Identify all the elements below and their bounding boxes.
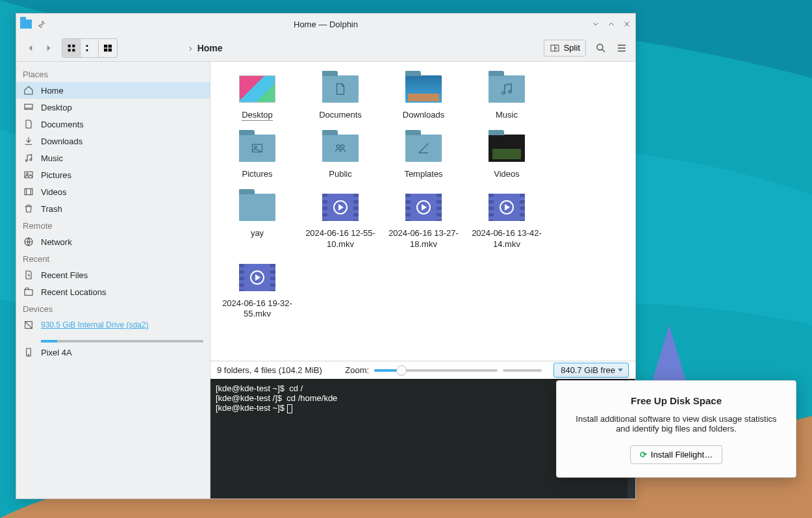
documents-icon — [23, 118, 34, 130]
file-item[interactable]: Music — [465, 73, 548, 121]
zoom-slider-extra[interactable] — [503, 369, 542, 372]
file-item[interactable]: Templates — [382, 133, 465, 180]
file-thumb — [404, 73, 443, 105]
phone-icon — [23, 346, 34, 358]
svg-point-24 — [28, 354, 29, 355]
toolbar: › Home Split — [16, 34, 635, 62]
svg-rect-7 — [86, 49, 88, 51]
file-item[interactable]: Public — [299, 133, 382, 180]
file-item[interactable]: 2024-06-16 13-27-18.mkv — [382, 192, 465, 250]
file-thumb — [321, 133, 360, 164]
file-thumb — [238, 262, 277, 293]
svg-point-15 — [25, 160, 27, 162]
hamburger-menu-button[interactable] — [616, 42, 628, 54]
file-item[interactable]: Downloads — [382, 73, 465, 121]
close-button[interactable] — [622, 18, 631, 30]
svg-rect-9 — [108, 44, 112, 47]
file-item[interactable]: 2024-06-16 13-42-14.mkv — [465, 192, 548, 250]
install-filelight-button[interactable]: ⟳ Install Filelight… — [630, 445, 722, 464]
compact-view-button[interactable] — [81, 39, 99, 57]
split-view-button[interactable]: Split — [544, 40, 586, 57]
svg-point-26 — [509, 90, 511, 93]
chevron-right-icon: › — [189, 43, 192, 53]
sidebar-item-network[interactable]: Network — [16, 233, 210, 250]
file-thumb — [487, 73, 526, 105]
titlebar[interactable]: Home — Dolphin — [16, 14, 635, 34]
forward-button[interactable] — [40, 39, 58, 57]
file-thumb — [321, 73, 360, 105]
file-item[interactable]: 2024-06-16 12-55-10.mkv — [299, 192, 382, 250]
sidebar-item-downloads[interactable]: Downloads — [16, 133, 210, 149]
zoom-label: Zoom: — [345, 365, 369, 375]
file-label: Desktop — [216, 110, 299, 121]
file-label: Documents — [299, 110, 382, 121]
sidebar-item-internal-drive[interactable]: 930.5 GiB Internal Drive (sda2) — [16, 317, 210, 344]
file-label: Templates — [382, 169, 465, 180]
sidebar-item-pictures[interactable]: Pictures — [16, 166, 210, 183]
sidebar-item-pixel4a[interactable]: Pixel 4A — [16, 344, 210, 361]
svg-rect-5 — [72, 49, 75, 51]
split-label: Split — [564, 43, 580, 53]
drive-icon — [23, 319, 34, 331]
file-thumb — [404, 192, 443, 223]
file-item[interactable]: Documents — [299, 73, 382, 121]
install-icon: ⟳ — [640, 450, 647, 460]
svg-point-18 — [27, 173, 29, 175]
free-space-button[interactable]: 840.7 GiB free — [553, 363, 629, 378]
file-item[interactable]: 2024-06-16 19-32-55.mkv — [216, 262, 299, 320]
music-icon — [23, 152, 34, 164]
minimize-button[interactable] — [591, 18, 600, 30]
icons-view-button[interactable] — [62, 39, 81, 57]
svg-rect-10 — [104, 48, 107, 51]
file-label: Music — [465, 110, 548, 121]
sidebar-item-videos[interactable]: Videos — [16, 183, 210, 200]
svg-rect-4 — [68, 49, 70, 51]
file-label: 2024-06-16 12-55-10.mkv — [299, 228, 382, 250]
breadcrumb[interactable]: › Home — [118, 43, 544, 53]
recent-files-icon — [23, 269, 34, 281]
file-thumb — [238, 133, 277, 164]
file-item[interactable]: Desktop — [216, 73, 299, 121]
back-button[interactable] — [21, 39, 40, 57]
file-thumb — [238, 73, 277, 105]
popup-body: Install additional software to view disk… — [568, 414, 784, 434]
svg-rect-6 — [86, 45, 88, 47]
file-item[interactable]: Videos — [465, 133, 548, 180]
svg-rect-2 — [68, 44, 70, 47]
status-summary: 9 folders, 4 files (104.2 MiB) — [217, 365, 322, 375]
free-space-popup: Free Up Disk Space Install additional so… — [556, 380, 796, 478]
desktop-icon — [23, 101, 34, 113]
sidebar-item-desktop[interactable]: Desktop — [16, 99, 210, 116]
maximize-button[interactable] — [607, 18, 616, 30]
sidebar-item-recent-files[interactable]: Recent Files — [16, 266, 210, 283]
devices-header: Devices — [16, 300, 210, 317]
places-header: Places — [16, 66, 210, 82]
sidebar-item-trash[interactable]: Trash — [16, 200, 210, 217]
svg-point-28 — [255, 146, 257, 148]
sidebar-item-documents[interactable]: Documents — [16, 116, 210, 133]
details-view-button[interactable] — [99, 39, 117, 57]
file-thumb — [321, 192, 360, 223]
zoom-slider[interactable] — [374, 369, 498, 372]
search-button[interactable] — [595, 42, 607, 54]
status-bar: 9 folders, 4 files (104.2 MiB) Zoom: 840… — [210, 361, 635, 379]
pin-icon[interactable] — [36, 18, 47, 30]
file-label: Public — [299, 169, 382, 180]
file-item[interactable]: Pictures — [216, 133, 299, 180]
svg-rect-3 — [72, 44, 75, 47]
file-grid[interactable]: DesktopDocumentsDownloadsMusicPicturesPu… — [210, 62, 635, 361]
file-item[interactable]: yay — [216, 192, 299, 250]
sidebar-item-home[interactable]: Home — [16, 82, 210, 99]
svg-point-25 — [502, 92, 505, 94]
svg-point-16 — [30, 159, 32, 161]
svg-rect-11 — [108, 48, 112, 51]
breadcrumb-current: Home — [197, 43, 223, 53]
window-title: Home — Dolphin — [59, 19, 592, 29]
sidebar-item-recent-locations[interactable]: Recent Locations — [16, 283, 210, 300]
sidebar-item-music[interactable]: Music — [16, 149, 210, 166]
recent-locations-icon — [23, 286, 34, 298]
svg-point-30 — [341, 145, 344, 148]
svg-rect-8 — [104, 44, 107, 47]
remote-header: Remote — [16, 217, 210, 233]
svg-rect-21 — [25, 290, 32, 296]
